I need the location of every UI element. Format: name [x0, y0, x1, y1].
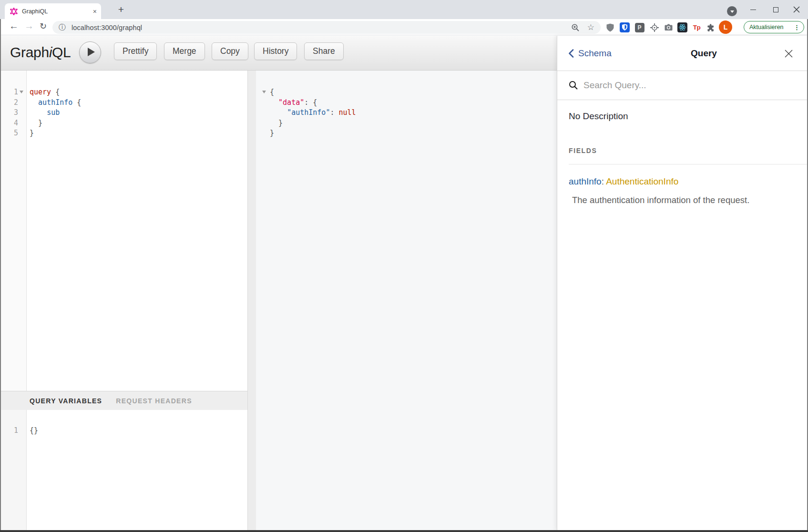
prettify-button[interactable]: Prettify: [114, 42, 157, 60]
fold-arrow-icon[interactable]: [20, 91, 23, 93]
play-icon: [88, 48, 95, 56]
address-bar[interactable]: ⓘ localhost:3000/graphql ☆: [52, 21, 601, 34]
profile-avatar[interactable]: L: [719, 20, 732, 34]
doc-back-link[interactable]: Schema: [568, 48, 612, 59]
close-icon: [793, 6, 800, 13]
forward-button: →: [24, 20, 34, 31]
line-number: 4: [0, 118, 18, 128]
code-line: "authInfo": null: [270, 108, 356, 118]
new-tab-button[interactable]: +: [115, 4, 127, 16]
zoom-icon[interactable]: [571, 23, 580, 32]
code-line[interactable]: }: [30, 128, 34, 138]
code-line[interactable]: }: [30, 118, 42, 128]
doc-content: No Description FIELDS authInfo: Authenti…: [557, 111, 808, 205]
update-label: Aktualisieren: [749, 24, 794, 31]
tab-request-headers[interactable]: REQUEST HEADERS: [116, 397, 192, 405]
doc-explorer-title-bar: Schema Query: [557, 36, 808, 71]
share-button[interactable]: Share: [304, 42, 344, 60]
url-text[interactable]: localhost:3000/graphql: [72, 24, 142, 31]
adblock-shield-icon[interactable]: [603, 21, 616, 34]
doc-title: Query: [691, 48, 717, 59]
chevron-left-icon: [568, 49, 574, 58]
code-line[interactable]: query {: [30, 87, 60, 97]
graphiql-logo: GraphiQL: [10, 44, 71, 61]
window-minimize-button[interactable]: [742, 0, 764, 19]
doc-close-button[interactable]: [784, 49, 793, 58]
execute-query-button[interactable]: [79, 41, 101, 63]
chevron-down-icon: [730, 10, 734, 13]
fields-divider: [569, 164, 808, 164]
tab-title: GraphiQL: [22, 8, 93, 15]
code-line: {: [270, 87, 274, 97]
code-line: }: [270, 128, 274, 138]
window-close-button[interactable]: [786, 0, 808, 19]
code-line: "data": {: [270, 98, 317, 108]
back-button[interactable]: ←: [9, 20, 19, 31]
tampermonkey-tp-icon[interactable]: Tp: [690, 21, 703, 34]
p-extension-icon[interactable]: P: [633, 21, 646, 34]
code-line[interactable]: {}: [30, 426, 38, 436]
pane-divider[interactable]: [247, 71, 256, 531]
line-number: 1: [0, 87, 18, 97]
tab-search-button[interactable]: [727, 6, 737, 16]
line-number: 2: [0, 98, 18, 108]
kebab-menu-icon[interactable]: ⋮: [794, 24, 800, 31]
merge-button[interactable]: Merge: [164, 42, 205, 60]
copy-button[interactable]: Copy: [212, 42, 248, 60]
info-icon[interactable]: ⓘ: [59, 23, 66, 32]
fold-arrow-icon[interactable]: [262, 91, 266, 93]
extensions-puzzle-icon[interactable]: [705, 21, 717, 34]
code-line[interactable]: sub: [30, 108, 60, 118]
variables-editor[interactable]: 1 {}: [0, 410, 247, 531]
field-row-authinfo: authInfo: AuthenticationInfo: [569, 176, 797, 187]
field-name-link[interactable]: authInfo: [569, 176, 602, 186]
window-maximize-button[interactable]: [765, 0, 787, 19]
graphiql-topbar: GraphiQL Prettify Merge Copy History Sha…: [0, 36, 557, 71]
browser-tab-graphiql[interactable]: GraphiQL ×: [5, 3, 101, 19]
line-number: 5: [0, 128, 18, 138]
camera-icon[interactable]: [662, 21, 675, 34]
chrome-update-button[interactable]: Aktualisieren ⋮: [744, 21, 804, 33]
line-number: 3: [0, 108, 18, 118]
field-description: The authentication information of the re…: [572, 195, 797, 205]
query-editor-gutter: 12345: [0, 71, 27, 391]
result-viewer: { "data": { "authInfo": null }}: [256, 71, 557, 531]
browser-tab-strip: GraphiQL × +: [0, 0, 808, 19]
doc-back-label: Schema: [578, 48, 612, 59]
doc-explorer: Schema Query No Description FIELDS authI…: [557, 36, 808, 531]
line-number: 1: [0, 426, 18, 436]
variables-editor-gutter: 1: [0, 410, 27, 531]
react-devtools-icon[interactable]: [676, 21, 689, 34]
bookmark-star-icon[interactable]: ☆: [587, 23, 594, 31]
crosshair-icon[interactable]: [648, 21, 661, 34]
doc-search-box[interactable]: [557, 71, 808, 100]
tab-query-variables[interactable]: QUERY VARIABLES: [30, 397, 102, 405]
variables-title-bar: QUERY VARIABLES REQUEST HEADERS: [0, 391, 247, 410]
type-description: No Description: [569, 111, 797, 122]
window-bottom-edge: [0, 530, 808, 532]
bitwarden-shield-icon[interactable]: [618, 21, 631, 34]
close-icon: [784, 49, 793, 58]
window-left-edge: [0, 19, 1, 532]
reload-button[interactable]: ↻: [40, 21, 47, 31]
search-icon: [569, 81, 578, 90]
field-type-link[interactable]: AuthenticationInfo: [606, 176, 678, 186]
code-line: }: [270, 118, 283, 128]
history-button[interactable]: History: [254, 42, 297, 60]
query-editor[interactable]: 12345 query { authInfo { sub }}: [0, 71, 247, 391]
tab-close-icon[interactable]: ×: [93, 8, 97, 15]
fields-heading: FIELDS: [569, 147, 797, 154]
graphql-favicon: [10, 8, 18, 15]
doc-search-input[interactable]: [583, 78, 765, 92]
code-line[interactable]: authInfo {: [30, 98, 81, 108]
